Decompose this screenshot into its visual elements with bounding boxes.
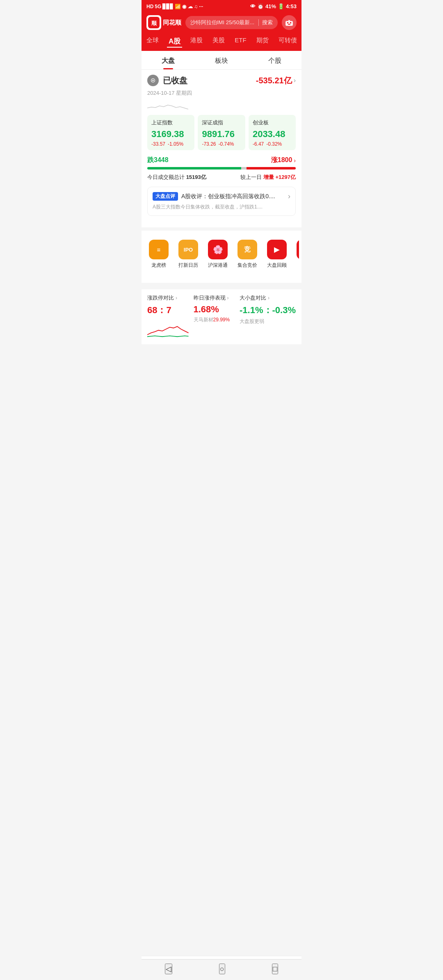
index-card-shenzhen[interactable]: 深证成指 9891.76 -73.26 -0.74% — [198, 115, 245, 150]
subtab-sector[interactable]: 板块 — [195, 51, 248, 69]
svg-point-10 — [152, 80, 154, 81]
fall-count: 跌3448 — [147, 156, 169, 165]
svg-rect-5 — [288, 24, 290, 25]
market-status-left: 已收盘 — [147, 75, 187, 86]
rise-chevron-icon: › — [294, 157, 296, 164]
market-mini-chart — [147, 102, 296, 110]
stats-grid: 涨跌停对比 › 68：7 昨日涨停表现 › 1.68% 天马新材29.99% — [147, 294, 296, 339]
stat-value-yesterday: 1.68% — [194, 304, 235, 315]
svg-text:≡: ≡ — [157, 246, 161, 253]
stat-chart-risetop — [147, 319, 189, 339]
subtab-stock[interactable]: 个股 — [248, 51, 301, 69]
volume-label-text: 今日成交额总计 — [147, 174, 185, 180]
quick-item-ipo[interactable]: IPO 打新日历 — [174, 240, 203, 269]
svg-rect-3 — [287, 22, 288, 23]
stat-sub-capcomp: 大盘股更弱 — [240, 318, 296, 325]
chevron-right-icon[interactable]: › — [294, 77, 296, 84]
quick-menu-section: ≡ 龙虎榜 IPO 打新日历 🌸 沪深港通 竞 集合竞价 ▶ 大盘回顾 ↑ 涨停 — [142, 227, 301, 283]
volume-label: 今日成交额总计 15193亿 — [147, 174, 206, 181]
search-bar[interactable]: 沙特阿拉伯IMI 25/50最新... 搜索 — [185, 16, 278, 29]
tonghuashun-logo: 顺 — [148, 17, 160, 28]
stat-card-yesterday[interactable]: 昨日涨停表现 › 1.68% 天马新材29.99% — [194, 294, 235, 339]
tiger-icon: ≡ — [153, 244, 164, 255]
auction-label: 集合竞价 — [237, 262, 257, 269]
wifi-icon: 📶 — [175, 4, 181, 9]
tab-hk-stock[interactable]: 港股 — [189, 36, 204, 48]
stat-title-yesterday: 昨日涨停表现 — [194, 294, 226, 302]
rise-fall-row: 跌3448 涨1800 › — [147, 156, 296, 165]
tab-us-stock[interactable]: 美股 — [211, 36, 226, 48]
neutral-bar — [241, 167, 247, 169]
stat-chevron-yesterday: › — [227, 295, 229, 301]
lhb-label: 龙虎榜 — [151, 262, 166, 269]
shenzhen-change1: -73.26 — [202, 141, 216, 147]
quick-menu: ≡ 龙虎榜 IPO 打新日历 🌸 沪深港通 竞 集合竞价 ▶ 大盘回顾 ↑ 涨停 — [144, 236, 299, 273]
index-card-shanghai[interactable]: 上证指数 3169.38 -33.57 -1.05% — [147, 115, 194, 150]
quick-item-review[interactable]: ▶ 大盘回顾 — [262, 240, 292, 269]
index-name-shenzhen: 深证成指 — [202, 119, 241, 126]
eye-icon: 👁 — [250, 3, 256, 9]
index-change-shenzhen: -73.26 -0.74% — [202, 141, 241, 147]
market-status-icon — [147, 75, 159, 86]
quick-item-limit-up[interactable]: ↑ 涨停 — [292, 240, 299, 269]
search-button[interactable]: 搜索 — [262, 19, 273, 26]
quick-item-lhb[interactable]: ≡ 龙虎榜 — [144, 240, 174, 269]
logo-text: 同花顺 — [163, 19, 181, 27]
market-status-row: 已收盘 -535.21亿 › — [147, 75, 296, 86]
ipo-label: 打新日历 — [178, 262, 198, 269]
market-sparkline — [147, 102, 188, 110]
volume-row: 今日成交额总计 15193亿 较上一日 增量 +1297亿 — [147, 174, 296, 181]
robot-icon — [284, 18, 294, 27]
battery-icon: 🔋 — [278, 3, 284, 9]
shanghai-change2: -1.05% — [168, 141, 183, 147]
market-change-value: -535.21亿 — [256, 75, 292, 86]
commentary-badge: 大盘点评 — [153, 192, 178, 201]
stat-card-risetop[interactable]: 涨跌停对比 › 68：7 — [147, 294, 189, 339]
volume-compare-label: 较上一日 — [240, 174, 262, 180]
subtab-market[interactable]: 大盘 — [142, 51, 195, 69]
index-card-chinext[interactable]: 创业板 2033.48 -6.47 -0.32% — [249, 115, 296, 150]
index-change-shanghai: -33.57 -1.05% — [151, 141, 190, 147]
commentary-card[interactable]: 大盘点评 A股收评：创业板指冲高回落收跌0.... › A股三大指数今日集体收跌… — [147, 187, 296, 216]
main-content: 已收盘 -535.21亿 › 2024-10-17 星期四 上证指数 3169.… — [142, 70, 301, 227]
hkconnect-icon: 🌸 — [208, 240, 228, 259]
tab-global[interactable]: 全球 — [145, 36, 160, 48]
tab-futures[interactable]: 期货 — [255, 36, 270, 48]
stat-chevron-capcomp: › — [268, 295, 269, 301]
quick-item-auction[interactable]: 竞 集合竞价 — [233, 240, 262, 269]
index-name-shanghai: 上证指数 — [151, 119, 190, 126]
hkconnect-label: 沪深港通 — [208, 262, 228, 269]
status-bar: HD 5G ▊▊▊ 📶 ◉ ☁ ♫ ··· 👁 ⏰ 41% 🔋 4:53 — [142, 0, 301, 12]
search-divider — [258, 19, 259, 26]
logo[interactable]: 顺 同花顺 — [146, 15, 181, 30]
svg-point-7 — [289, 19, 290, 20]
tab-a-stock[interactable]: A股 — [167, 36, 182, 48]
rise-fall-bar — [147, 167, 296, 169]
tab-etf[interactable]: ETF — [233, 36, 248, 48]
market-nav-tabs: 全球 A股 港股 美股 ETF 期货 可转债 其他 — [142, 34, 301, 51]
rise-chart — [147, 319, 189, 339]
stat-sub-yesterday: 天马新材29.99% — [194, 316, 235, 323]
stat-card-capcomp[interactable]: 大小盘对比 › -1.1%：-0.3% 大盘股更弱 — [240, 294, 296, 339]
stat-header-yesterday: 昨日涨停表现 › — [194, 294, 235, 302]
quick-item-hkconnect[interactable]: 🌸 沪深港通 — [203, 240, 233, 269]
commentary-sub: A股三大指数今日集体收跌，截至收盘，沪指跌1.... — [153, 203, 290, 211]
volume-status: 增量 — [263, 174, 274, 180]
stat-value-risetop: 68：7 — [147, 304, 189, 316]
ipo-icon: IPO — [178, 240, 198, 259]
chinext-change1: -6.47 — [253, 141, 264, 147]
5g-icon: 5G — [155, 4, 161, 9]
index-cards: 上证指数 3169.38 -33.57 -1.05% 深证成指 9891.76 … — [147, 115, 296, 150]
sub-tabs: 大盘 板块 个股 — [142, 51, 301, 70]
avatar-button[interactable] — [282, 15, 297, 30]
volume-compare: 较上一日 增量 +1297亿 — [240, 174, 296, 181]
index-change-chinext: -6.47 -0.32% — [253, 141, 292, 147]
rise-count: 涨1800 — [271, 156, 292, 165]
index-value-shanghai: 3169.38 — [151, 129, 190, 140]
auction-icon: 竞 — [237, 240, 257, 259]
tab-convertible[interactable]: 可转债 — [277, 36, 299, 48]
lhb-icon: ≡ — [149, 240, 169, 259]
market-change-group: -535.21亿 › — [256, 75, 296, 86]
status-right: 👁 ⏰ 41% 🔋 4:53 — [250, 3, 297, 9]
rise-count-group[interactable]: 涨1800 › — [271, 156, 296, 165]
